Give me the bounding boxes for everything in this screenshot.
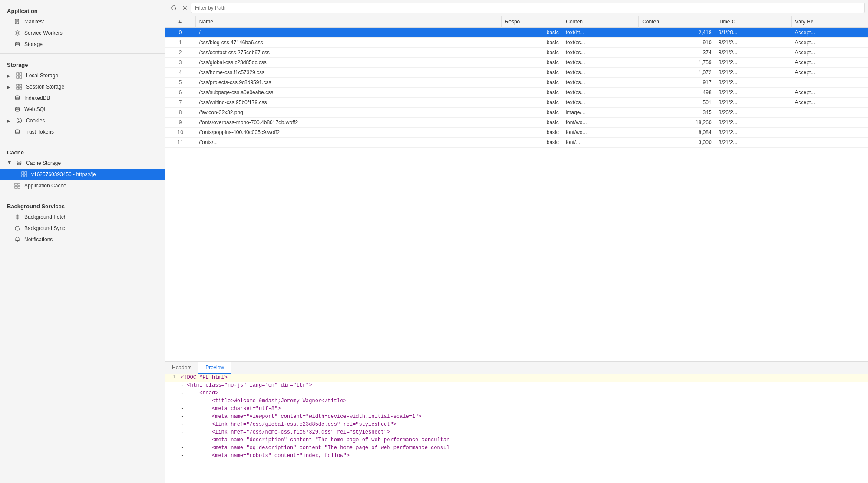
svg-point-20	[18, 121, 19, 122]
table-row[interactable]: 8/favicon-32x32.pngbasicimage/...3458/26…	[165, 108, 868, 118]
table-area: # Name Respo... Conten... Conten... Time…	[165, 16, 868, 361]
svg-rect-30	[18, 186, 20, 188]
sidebar-item-cache-v1[interactable]: v1625760393456 - https://je	[0, 169, 165, 180]
code-area[interactable]: 1<!DOCTYPE html>- <html class="no-js" la…	[165, 374, 868, 483]
indexeddb-label: IndexedDB	[24, 95, 50, 101]
db-icon-trust	[14, 128, 21, 135]
sidebar-item-local-storage[interactable]: ▶ Local Storage	[0, 70, 165, 81]
col-content-length-header[interactable]: Conten...	[639, 16, 715, 28]
table-header-row: # Name Respo... Conten... Conten... Time…	[165, 16, 868, 28]
db-icon-cache	[16, 160, 23, 167]
trust-tokens-label: Trust Tokens	[24, 129, 54, 135]
local-storage-label: Local Storage	[26, 72, 58, 79]
sidebar-item-notifications[interactable]: Notifications	[0, 234, 165, 245]
filter-input[interactable]	[191, 3, 865, 13]
code-line: - <meta name="viewport" content="width=d…	[165, 413, 868, 421]
divider-2	[0, 141, 165, 141]
svg-point-17	[18, 119, 19, 120]
code-line: - <html class="no-js" lang="en" dir="ltr…	[165, 382, 868, 390]
svg-rect-8	[17, 76, 19, 78]
tab-headers[interactable]: Headers	[165, 362, 198, 374]
code-line: 1<!DOCTYPE html>	[165, 374, 868, 382]
sidebar-item-storage-app[interactable]: Storage	[0, 39, 165, 50]
sidebar-item-application-cache[interactable]: Application Cache	[0, 180, 165, 191]
code-line: - <meta name="description" content="The …	[165, 437, 868, 444]
sidebar-item-session-storage[interactable]: ▶ Session Storage	[0, 81, 165, 92]
table-row[interactable]: 5/css/projects-css.9c8d9591.cssbasictext…	[165, 78, 868, 88]
col-vary-header[interactable]: Vary He...	[792, 16, 868, 28]
table-row[interactable]: 6/css/subpage-css.a0e0eabe.cssbasictext/…	[165, 88, 868, 98]
bg-services-section-title: Background Services	[0, 199, 165, 211]
sidebar-item-service-workers[interactable]: Service Workers	[0, 27, 165, 39]
svg-rect-6	[17, 73, 19, 75]
tab-preview[interactable]: Preview	[198, 362, 231, 374]
application-section-title: Application	[0, 3, 165, 16]
notifications-label: Notifications	[24, 237, 53, 243]
sidebar-item-indexeddb[interactable]: IndexedDB	[0, 92, 165, 104]
cache-section-title: Cache	[0, 145, 165, 158]
svg-point-22	[17, 161, 21, 162]
storage-app-label: Storage	[24, 41, 43, 47]
sidebar-item-web-sql[interactable]: Web SQL	[0, 104, 165, 115]
db-icon-indexed	[14, 95, 21, 102]
code-line: - <meta charset="utf-8">	[165, 405, 868, 413]
svg-rect-11	[20, 84, 22, 86]
gear-icon	[14, 30, 21, 36]
refresh-button[interactable]	[168, 3, 179, 13]
table-row[interactable]: 1/css/blog-css.47146ba6.cssbasictext/cs.…	[165, 38, 868, 48]
svg-rect-23	[22, 172, 24, 174]
panel-tabs: Headers Preview	[165, 362, 868, 374]
svg-point-15	[16, 107, 20, 108]
sidebar-item-manifest[interactable]: Manifest	[0, 16, 165, 27]
sync-icon	[14, 225, 21, 232]
svg-rect-12	[17, 87, 19, 89]
cache-storage-label: Cache Storage	[26, 160, 61, 166]
sidebar-item-cache-storage[interactable]: ▶ Cache Storage	[0, 158, 165, 169]
svg-rect-10	[17, 84, 19, 86]
table-row[interactable]: 10/fonts/poppins-400.40c005c9.woff2basic…	[165, 128, 868, 138]
toolbar: ✕	[165, 0, 868, 16]
col-content-type-header[interactable]: Conten...	[562, 16, 639, 28]
table-row[interactable]: 4/css/home-css.f1c57329.cssbasictext/cs.…	[165, 68, 868, 78]
table-body: 0/basictext/ht...2,4189/1/20...Accept...…	[165, 28, 868, 148]
table-scroll[interactable]: # Name Respo... Conten... Conten... Time…	[165, 16, 868, 361]
expand-arrow-local-storage: ▶	[7, 73, 12, 78]
svg-point-5	[16, 42, 20, 43]
svg-point-19	[20, 120, 20, 121]
svg-rect-9	[20, 76, 22, 78]
svg-point-4	[17, 32, 19, 34]
sidebar: Application Manifest Service Workers	[0, 0, 165, 483]
sidebar-item-trust-tokens[interactable]: Trust Tokens	[0, 126, 165, 138]
svg-rect-25	[22, 175, 24, 177]
code-line: - <meta name="robots" content="index, fo…	[165, 452, 868, 460]
table-row[interactable]: 2/css/contact-css.275ceb97.cssbasictext/…	[165, 48, 868, 58]
cookie-icon	[16, 117, 23, 124]
col-name-header[interactable]: Name	[195, 16, 501, 28]
db-icon	[14, 41, 21, 48]
table-row[interactable]: 7/css/writing-css.95b0f179.cssbasictext/…	[165, 98, 868, 108]
col-time-header[interactable]: Time C...	[715, 16, 792, 28]
arrows-icon	[14, 214, 21, 220]
table-row[interactable]: 11/fonts/...basicfont/...3,0008/21/2...	[165, 138, 868, 148]
sidebar-item-background-sync[interactable]: Background Sync	[0, 223, 165, 234]
grid-icon-local	[16, 72, 23, 79]
svg-point-18	[19, 121, 20, 122]
table-row[interactable]: 3/css/global-css.c23d85dc.cssbasictext/c…	[165, 58, 868, 68]
divider-1	[0, 53, 165, 54]
close-button[interactable]: ✕	[181, 3, 189, 13]
svg-point-21	[16, 130, 20, 131]
col-hash-header[interactable]: #	[165, 16, 195, 28]
svg-point-16	[17, 118, 22, 123]
sidebar-item-cookies[interactable]: ▶ Cookies	[0, 115, 165, 126]
col-response-header[interactable]: Respo...	[501, 16, 562, 28]
table-row[interactable]: 0/basictext/ht...2,4189/1/20...Accept...	[165, 28, 868, 38]
close-icon: ✕	[182, 4, 188, 11]
code-line: - <link href="/css/home-css.f1c57329.css…	[165, 429, 868, 437]
table-row[interactable]: 9/fonts/overpass-mono-700.4b8617db.woff2…	[165, 118, 868, 128]
svg-rect-29	[15, 186, 17, 188]
sidebar-item-background-fetch[interactable]: Background Fetch	[0, 211, 165, 223]
code-content: 1<!DOCTYPE html>- <html class="no-js" la…	[165, 374, 868, 460]
code-line: - <head>	[165, 390, 868, 398]
code-line: - <title>Welcome &mdash;Jeremy Wagner</t…	[165, 398, 868, 405]
grid-icon-appcache	[14, 182, 21, 189]
